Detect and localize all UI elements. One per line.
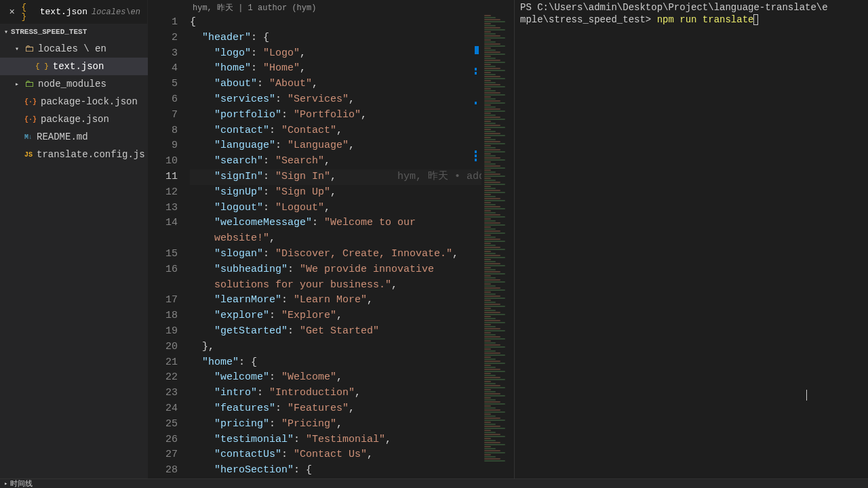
line-numbers: 1234567891011121314151617181920212223242…	[148, 15, 190, 479]
tree-item-text-json[interactable]: { }text.json	[0, 58, 148, 75]
project-name: STRESS_SPEED_TEST	[11, 28, 87, 36]
tree-item-readme-md[interactable]: M↓README.md	[0, 128, 148, 146]
tab-filename: text.json	[40, 7, 87, 17]
json-icon: {·}	[24, 98, 37, 106]
code-content[interactable]: { "header": { "logo": "Logo", "home": "H…	[190, 15, 514, 479]
tree-item-locales---en[interactable]: ▾🗀locales \ en	[0, 40, 148, 58]
tab-text-json[interactable]: × { } text.json locales\en	[0, 0, 148, 24]
minimap[interactable]	[481, 15, 514, 479]
terminal-cursor	[753, 14, 758, 25]
tab-path: locales\en	[92, 7, 140, 17]
tree-item-package-lock-json[interactable]: {·}package-lock.json	[0, 93, 148, 110]
file-tree: ▾🗀locales \ en{ }text.json▸🗀node_modules…	[0, 40, 148, 479]
folder-icon: 🗀	[24, 79, 34, 89]
sidebar: × { } text.json locales\en ▾ STRESS_SPEE…	[0, 0, 148, 479]
tree-item-package-json[interactable]: {·}package.json	[0, 110, 148, 128]
project-header[interactable]: ▾ STRESS_SPEED_TEST	[0, 24, 148, 40]
tree-item-node_modules[interactable]: ▸🗀node_modules	[0, 75, 148, 93]
markdown-icon: M↓	[24, 134, 33, 141]
text-caret	[806, 390, 807, 401]
tab-bar: × { } text.json locales\en	[0, 0, 148, 24]
terminal-line-1: PS C:\Users\admin\Desktop\Project\langua…	[520, 1, 863, 14]
json-icon: { }	[35, 62, 49, 70]
codelens[interactable]: hym, 昨天 | 1 author (hym)	[148, 0, 514, 15]
chevron-right-icon: ▸	[4, 480, 7, 487]
terminal-line-2: mple\stress_speed_test> npm run translat…	[520, 14, 863, 26]
json-icon: {·}	[24, 116, 37, 123]
json-icon: { }	[22, 3, 36, 22]
editor[interactable]: hym, 昨天 | 1 author (hym) 123456789101112…	[148, 0, 514, 479]
bottom-panel-title: 时间线	[10, 479, 33, 488]
tree-item-translate-config-js[interactable]: JStranslate.config.js	[0, 146, 148, 163]
bottom-panel-header[interactable]: ▸ 时间线	[0, 479, 868, 488]
folder-icon: 🗀	[24, 43, 34, 54]
close-icon[interactable]: ×	[7, 7, 18, 18]
js-icon: JS	[24, 151, 33, 159]
terminal[interactable]: PS C:\Users\admin\Desktop\Project\langua…	[514, 0, 868, 479]
chevron-down-icon: ▾	[4, 28, 8, 36]
